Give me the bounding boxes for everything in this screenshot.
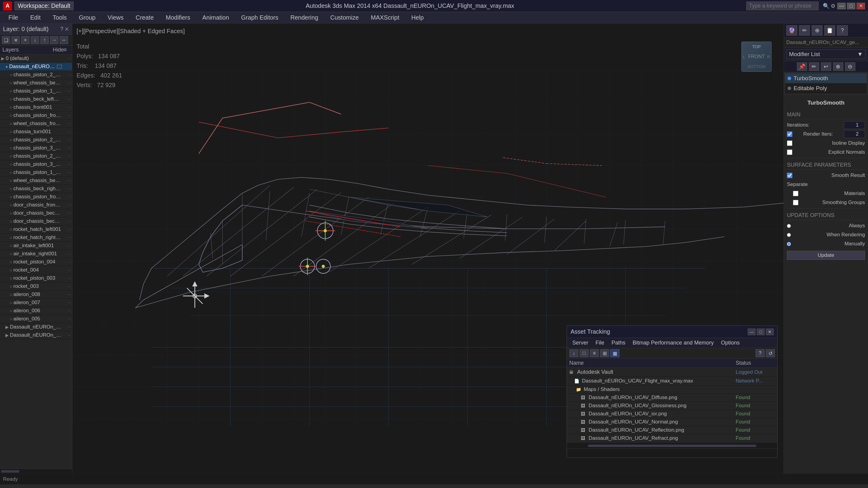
layer-item-opts-12[interactable]: ···	[62, 154, 71, 158]
layer-tb-btn-3[interactable]: ↓	[31, 36, 39, 44]
render-iters-input[interactable]	[844, 130, 865, 138]
layer-item-27[interactable]: ○rocket_piston_003···	[0, 274, 72, 282]
layer-item-28[interactable]: ○rocket_003···	[0, 282, 72, 291]
layer-item-22[interactable]: ○rocket_hatch_right001···	[0, 234, 72, 242]
layer-item-opts-21[interactable]: ···	[62, 227, 71, 232]
mod-tool-2[interactable]: ↩	[821, 62, 831, 71]
layer-item-opts-18[interactable]: ···	[62, 203, 71, 207]
asset-close-btn[interactable]: ✕	[766, 329, 774, 335]
layer-item-opts-0[interactable]: ···	[62, 56, 71, 61]
mod-tool-3[interactable]: ⊕	[833, 62, 843, 71]
layer-item-opts-19[interactable]: ···	[62, 211, 71, 215]
layer-item-26[interactable]: ○rocket_004···	[0, 266, 72, 274]
layer-item-11[interactable]: ○chassis_piston_3_beck_left001···	[0, 144, 72, 152]
asset-scrollbar[interactable]	[567, 443, 777, 449]
workspace-selector[interactable]: Workspace: Default	[14, 1, 73, 10]
layer-item-13[interactable]: ○chassis_piston_3_beck_right001···	[0, 160, 72, 169]
layer-item-3[interactable]: ○wheel_chassis_beck_left001···	[0, 79, 72, 87]
asset-tool-4[interactable]: ▦	[610, 349, 619, 357]
layer-item-29[interactable]: ○aileron_008···	[0, 291, 72, 299]
layer-item-opts-30[interactable]: ···	[62, 301, 71, 305]
layer-item-opts-25[interactable]: ···	[62, 260, 71, 264]
menu-graph-editors[interactable]: Graph Editors	[236, 13, 284, 22]
layer-item-opts-8[interactable]: ···	[62, 121, 71, 126]
asset-tool-2[interactable]: ≡	[590, 349, 599, 357]
layer-item-opts-5[interactable]: ···	[62, 97, 71, 101]
layer-item-opts-24[interactable]: ···	[62, 252, 71, 256]
layer-item-opts-6[interactable]: ···	[62, 105, 71, 110]
asset-help-btn[interactable]: ?	[755, 349, 765, 357]
layer-item-1[interactable]: ●Dassault_nEUROn_UCAV_Flight···	[0, 63, 72, 71]
menu-modifiers[interactable]: Modifiers	[160, 13, 195, 22]
asset-menu-server[interactable]: Server	[569, 339, 591, 347]
layer-item-16[interactable]: ○chassis_beck_right001···	[0, 185, 72, 193]
menu-customize[interactable]: Customize	[325, 13, 364, 22]
update-manually-radio[interactable]	[787, 242, 791, 246]
layer-item-opts-20[interactable]: ···	[62, 219, 71, 223]
asset-menu-file[interactable]: File	[592, 339, 607, 347]
layer-item-opts-27[interactable]: ···	[62, 276, 71, 280]
mod-tool-1[interactable]: ✏	[809, 62, 819, 71]
layer-item-23[interactable]: ○air_intake_left001···	[0, 242, 72, 250]
asset-menu-bitmap[interactable]: Bitmap Performance and Memory	[629, 339, 717, 347]
update-button[interactable]: Update	[787, 251, 865, 260]
menu-group[interactable]: Group	[73, 13, 101, 22]
scrollbar-thumb[interactable]	[1, 470, 19, 472]
layer-item-opts-17[interactable]: ···	[62, 195, 71, 199]
layer-item-opts-31[interactable]: ···	[62, 309, 71, 313]
layer-item-opts-10[interactable]: ···	[62, 138, 71, 142]
layer-tb-btn-1[interactable]: ✕	[11, 36, 20, 44]
layer-item-5[interactable]: ○chassis_beck_left001···	[0, 95, 72, 103]
asset-group-vault[interactable]: 🏛 Autodesk Vault Logged Out	[567, 368, 777, 377]
navi-front[interactable]: FRONT	[748, 54, 765, 59]
menu-edit[interactable]: Edit	[25, 13, 46, 22]
maximize-button[interactable]: □	[847, 3, 855, 9]
menu-views[interactable]: Views	[102, 13, 129, 22]
layer-item-31[interactable]: ○aileron_006···	[0, 307, 72, 315]
layer-item-opts-34[interactable]: ···	[62, 333, 71, 337]
layer-item-opts-3[interactable]: ···	[62, 81, 71, 85]
asset-minimize-btn[interactable]: —	[748, 329, 755, 335]
layer-help-button[interactable]: ?	[59, 25, 64, 33]
isoline-checkbox[interactable]	[787, 141, 792, 146]
layer-item-4[interactable]: ○chassis_piston_1_beck_left001···	[0, 87, 72, 95]
menu-animation[interactable]: Animation	[197, 13, 235, 22]
layer-item-opts-7[interactable]: ···	[62, 113, 71, 118]
layer-item-opts-29[interactable]: ···	[62, 293, 71, 297]
search-input[interactable]	[746, 1, 818, 10]
layer-item-0[interactable]: ▶0 (default)···	[0, 55, 72, 63]
asset-item-glossiness[interactable]: 🖼 Dassault_nEUROn_UCAV_Glossiness.png Fo…	[567, 402, 777, 410]
layer-item-opts-14[interactable]: ···	[62, 170, 71, 175]
asset-item-reflection[interactable]: 🖼 Dassault_nEUROn_UCAV_Reflection.png Fo…	[567, 426, 777, 434]
layer-item-opts-9[interactable]: ···	[62, 130, 71, 134]
rp-tool-2[interactable]: ⊕	[812, 25, 823, 36]
menu-maxscript[interactable]: MAXScript	[365, 13, 404, 22]
modifier-item-editpoly[interactable]: Editable Poly	[785, 84, 867, 93]
layer-item-2[interactable]: ○chassis_piston_2_beck_right001···	[0, 71, 72, 79]
layer-item-opts-32[interactable]: ···	[62, 317, 71, 321]
navi-top[interactable]: TOP	[752, 44, 761, 49]
close-button[interactable]: ✕	[857, 3, 865, 9]
asset-item-diffuse[interactable]: 🖼 Dassault_nEUROn_UCAV_Diffuse.png Found	[567, 394, 777, 402]
navi-cube[interactable]: TOP BOTTOM L R FRONT	[738, 41, 775, 78]
iterations-input[interactable]	[844, 121, 865, 129]
layer-tb-btn-6[interactable]: ↔	[60, 36, 68, 44]
rp-tool-0[interactable]: 🔮	[786, 25, 797, 36]
layer-item-32[interactable]: ○aileron_005···	[0, 315, 72, 323]
navi-bottom[interactable]: BOTTOM	[747, 64, 766, 69]
asset-tool-1[interactable]: □	[580, 349, 589, 357]
mod-tool-0[interactable]: 📌	[797, 62, 807, 71]
menu-rendering[interactable]: Rendering	[285, 13, 324, 22]
layer-item-opts-13[interactable]: ···	[62, 162, 71, 166]
layer-item-opts-15[interactable]: ···	[62, 178, 71, 183]
layer-item-opts-23[interactable]: ···	[62, 244, 71, 248]
layer-item-34[interactable]: ▶Dassault_nEUROn_UCAV_Flight···	[0, 331, 72, 339]
navi-left[interactable]: L	[743, 55, 745, 59]
asset-item-refract[interactable]: 🖼 Dassault_nEUROn_UCAV_Refract.png Found	[567, 434, 777, 443]
asset-maximize-btn[interactable]: □	[757, 329, 765, 335]
update-rendering-radio[interactable]	[787, 233, 791, 237]
layer-tb-btn-0[interactable]: ❑	[2, 36, 10, 44]
layer-item-6[interactable]: ○chassis_front001···	[0, 103, 72, 112]
layer-scrollbar-horizontal[interactable]	[0, 469, 72, 474]
asset-item-ior[interactable]: 🖼 Dassault_nEUROn_UCAV_ior.png Found	[567, 410, 777, 418]
